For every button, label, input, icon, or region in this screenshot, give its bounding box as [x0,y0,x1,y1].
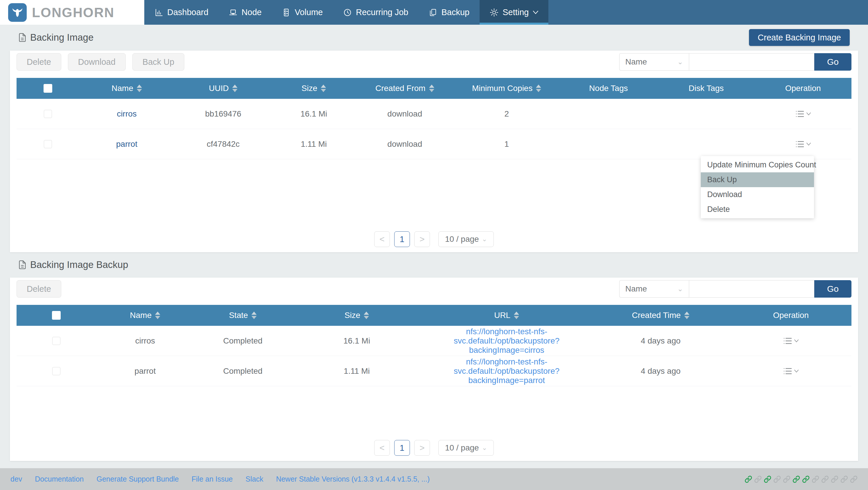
operation-menu-trigger[interactable] [783,337,799,345]
nav-item-node[interactable]: Node [219,0,272,25]
menu-item-back-up[interactable]: Back Up [701,172,814,187]
operation-list-icon [783,367,792,375]
backup-toolbar: Delete Name ⌄ Go [17,280,851,297]
footer-link-file-issue[interactable]: File an Issue [192,475,233,483]
backup-name-cell: parrot [96,367,194,376]
node-link-status-icons [745,475,858,483]
footer-link-support-bundle[interactable]: Generate Support Bundle [96,475,179,483]
menu-item-delete[interactable]: Delete [701,202,814,217]
select-all-checkbox[interactable] [43,84,52,93]
operation-list-icon [796,110,804,118]
prev-page-button[interactable]: < [374,231,390,247]
nav-item-recurring-job[interactable]: Recurring Job [333,0,418,25]
link-icon [812,475,819,483]
operation-menu-trigger[interactable] [783,367,799,375]
column-header-name[interactable]: Name [96,311,194,320]
download-button[interactable]: Download [68,53,126,70]
filter-field-select[interactable]: Name ⌄ [619,280,689,297]
minimum-copies-cell: 2 [454,109,559,119]
search-input[interactable] [689,280,814,297]
operation-context-menu: Update Minimum Copies Count Back Up Down… [701,156,814,218]
longhorn-logo[interactable]: LONGHORN [0,0,144,25]
nav-item-backup[interactable]: Backup [418,0,479,25]
next-page-button[interactable]: > [414,231,430,247]
next-page-button[interactable]: > [414,440,430,456]
operation-list-icon [783,337,792,345]
backup-name-cell: cirros [96,336,194,346]
longhorn-bull-icon [8,3,27,22]
minimum-copies-cell: 1 [454,140,559,149]
link-icon [850,475,858,483]
chevron-down-icon [794,340,799,342]
table-row: parrot Completed 1.11 Mi nfs://longhorn-… [17,356,851,386]
page-number-button[interactable]: 1 [394,440,410,456]
prev-page-button[interactable]: < [374,440,390,456]
row-checkbox[interactable] [52,337,60,345]
link-icon [821,475,829,483]
column-header-created-from[interactable]: Created From [355,84,454,93]
nav-item-dashboard[interactable]: Dashboard [144,0,219,25]
link-icon [802,475,810,483]
backing-image-name-link[interactable]: cirros [117,109,136,119]
backing-image-toolbar: Delete Download Back Up Name ⌄ Go [17,53,851,70]
backup-pagination: < 1 > 10 / page ⌄ [10,440,858,456]
backing-image-title: Backing Image [18,32,93,43]
footer-link-newer-versions[interactable]: Newer Stable Versions (v1.3.3 v1.4.4 v1.… [276,475,430,483]
backup-icon [429,8,437,17]
recurring-job-icon [343,8,352,17]
row-checkbox[interactable] [44,110,52,118]
create-backing-image-button[interactable]: Create Backing Image [749,29,850,46]
column-header-created-time[interactable]: Created Time [591,311,731,320]
column-header-name[interactable]: Name [79,84,175,93]
page-size-select[interactable]: 10 / page ⌄ [438,231,494,247]
menu-item-update-minimum-copies[interactable]: Update Minimum Copies Count [701,157,814,172]
size-cell: 1.11 Mi [272,140,355,149]
link-icon [840,475,848,483]
created-time-cell: 4 days ago [591,367,731,376]
page-size-select[interactable]: 10 / page ⌄ [438,440,494,456]
column-header-size[interactable]: Size [272,84,355,93]
backing-image-backup-title: Backing Image Backup [18,259,128,270]
footer-link-dev[interactable]: dev [10,475,22,483]
row-checkbox[interactable] [52,367,60,375]
menu-item-download[interactable]: Download [701,187,814,202]
delete-button[interactable]: Delete [17,280,61,297]
operation-menu-trigger[interactable] [796,140,811,148]
chevron-down-icon: ⌄ [482,444,487,452]
column-header-url[interactable]: URL [423,311,591,320]
filter-field-select[interactable]: Name ⌄ [619,53,689,70]
sort-icon [251,312,257,319]
operation-menu-trigger[interactable] [796,110,811,118]
chevron-down-icon [806,113,811,115]
column-header-uuid[interactable]: UUID [175,84,272,93]
footer: dev Documentation Generate Support Bundl… [0,468,868,490]
chevron-down-icon: ⌄ [677,285,683,293]
page-number-button[interactable]: 1 [394,231,410,247]
backup-button[interactable]: Back Up [132,53,185,70]
nav-menu: Dashboard Node Volume Recurring Job Back… [144,0,548,25]
select-all-checkbox[interactable] [52,311,61,320]
size-cell: 16.1 Mi [291,336,423,346]
nav-item-setting[interactable]: Setting [479,0,548,25]
backup-url-link[interactable]: nfs://longhorn-test-nfs-svc.default:/opt… [423,357,591,385]
delete-button[interactable]: Delete [17,53,61,70]
link-icon [773,475,781,483]
row-checkbox[interactable] [44,140,52,148]
column-header-minimum-copies[interactable]: Minimum Copies [454,84,559,93]
column-header-state[interactable]: State [194,311,291,320]
sort-icon [232,85,238,92]
sort-icon [429,85,434,92]
created-time-cell: 4 days ago [591,336,731,346]
backup-url-link[interactable]: nfs://longhorn-test-nfs-svc.default:/opt… [423,327,591,355]
search-input[interactable] [689,53,814,70]
nav-item-volume[interactable]: Volume [272,0,333,25]
sort-icon [155,312,160,319]
go-button[interactable]: Go [814,53,851,70]
go-button[interactable]: Go [814,280,851,297]
gear-icon [490,8,498,17]
backing-image-name-link[interactable]: parrot [116,140,137,149]
chevron-down-icon [794,370,799,373]
column-header-size[interactable]: Size [291,311,423,320]
footer-link-slack[interactable]: Slack [246,475,263,483]
footer-link-documentation[interactable]: Documentation [35,475,84,483]
